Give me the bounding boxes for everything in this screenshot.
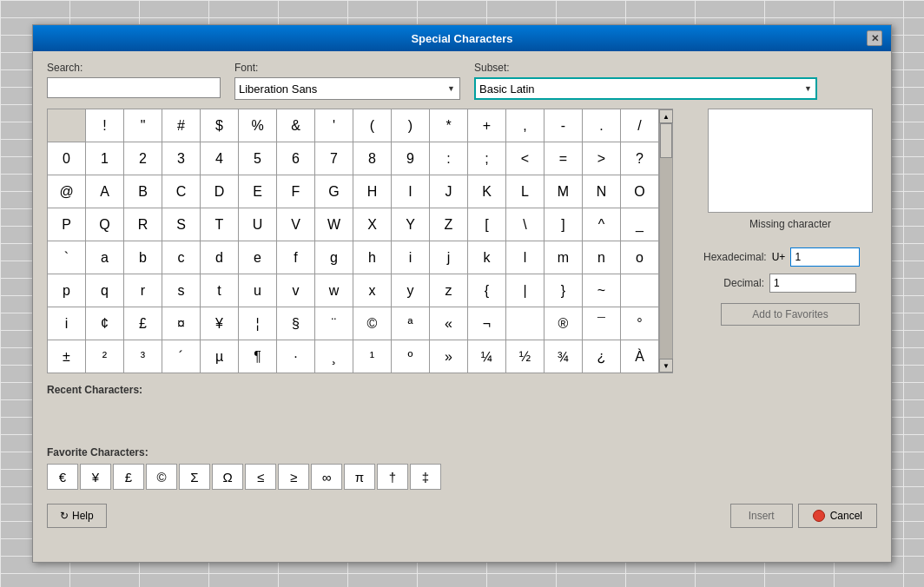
char-cell[interactable]: À	[621, 340, 659, 373]
favorite-char-cell[interactable]: ‡	[410, 464, 441, 490]
char-cell[interactable]: T	[201, 208, 239, 241]
scroll-up-button[interactable]: ▲	[659, 109, 673, 123]
favorite-char-cell[interactable]: ∞	[311, 464, 342, 490]
char-cell[interactable]: J	[430, 175, 468, 208]
char-cell[interactable]: q	[86, 274, 124, 307]
char-cell[interactable]: ?	[621, 142, 659, 175]
char-cell[interactable]: ª	[392, 307, 430, 340]
char-cell[interactable]: ©	[353, 307, 392, 340]
char-cell[interactable]: k	[468, 241, 506, 274]
char-cell[interactable]: ´	[162, 340, 201, 373]
char-cell[interactable]	[621, 274, 659, 307]
char-cell[interactable]: ¼	[468, 340, 506, 373]
char-cell[interactable]: z	[430, 274, 468, 307]
char-cell[interactable]: º	[392, 340, 430, 373]
char-cell[interactable]: §	[277, 307, 315, 340]
char-cell[interactable]: h	[353, 241, 392, 274]
char-cell[interactable]: K	[468, 175, 506, 208]
char-cell[interactable]: w	[315, 274, 353, 307]
char-cell[interactable]: U	[239, 208, 277, 241]
char-cell[interactable]: µ	[201, 340, 239, 373]
scrollbar-thumb[interactable]	[660, 123, 672, 158]
char-cell[interactable]: ®	[544, 307, 583, 340]
char-cell[interactable]: 3	[162, 142, 201, 175]
favorite-char-cell[interactable]: €	[47, 464, 78, 490]
char-cell[interactable]: a	[86, 241, 124, 274]
char-cell[interactable]: 2	[124, 142, 162, 175]
char-cell[interactable]: W	[315, 208, 353, 241]
char-cell[interactable]: Q	[86, 208, 124, 241]
char-cell[interactable]: «	[430, 307, 468, 340]
char-cell[interactable]: p	[48, 274, 86, 307]
char-cell[interactable]: ¶	[239, 340, 277, 373]
char-cell[interactable]: ¥	[201, 307, 239, 340]
favorite-char-cell[interactable]: ©	[146, 464, 177, 490]
char-cell[interactable]: _	[621, 208, 659, 241]
char-cell[interactable]: ¸	[315, 340, 353, 373]
char-cell[interactable]: ¢	[86, 307, 124, 340]
char-cell[interactable]: 0	[48, 142, 86, 175]
favorite-char-cell[interactable]: £	[113, 464, 144, 490]
char-cell[interactable]: -	[544, 109, 583, 142]
char-cell[interactable]: |	[506, 274, 544, 307]
char-cell[interactable]: m	[544, 241, 583, 274]
char-cell[interactable]: <	[506, 142, 544, 175]
char-cell[interactable]: ;	[468, 142, 506, 175]
char-cell[interactable]: ¨	[315, 307, 353, 340]
favorite-char-cell[interactable]: Σ	[179, 464, 210, 490]
char-cell[interactable]: 5	[239, 142, 277, 175]
char-cell[interactable]: &	[277, 109, 315, 142]
subset-select[interactable]: Basic Latin Latin-1 Supplement Latin Ext…	[474, 77, 817, 100]
char-cell[interactable]: s	[162, 274, 201, 307]
char-cell[interactable]: `	[48, 241, 86, 274]
cancel-button[interactable]: Cancel	[798, 504, 877, 528]
char-cell[interactable]: /	[621, 109, 659, 142]
char-cell[interactable]: '	[315, 109, 353, 142]
char-cell[interactable]: 1	[86, 142, 124, 175]
char-cell[interactable]: }	[544, 274, 583, 307]
char-cell[interactable]: g	[315, 241, 353, 274]
char-cell[interactable]: C	[162, 175, 201, 208]
char-cell[interactable]: n	[583, 241, 621, 274]
char-cell[interactable]: F	[277, 175, 315, 208]
char-cell[interactable]: ~	[583, 274, 621, 307]
char-cell[interactable]: {	[468, 274, 506, 307]
char-cell[interactable]: ^	[583, 208, 621, 241]
char-cell[interactable]: l	[506, 241, 544, 274]
char-cell[interactable]: t	[201, 274, 239, 307]
char-cell[interactable]: ¾	[544, 340, 583, 373]
insert-button[interactable]: Insert	[730, 504, 793, 528]
char-cell[interactable]: x	[353, 274, 392, 307]
favorite-char-cell[interactable]: ¥	[80, 464, 111, 490]
char-cell[interactable]: L	[506, 175, 544, 208]
close-button[interactable]: ✕	[867, 30, 882, 46]
char-cell[interactable]: )	[392, 109, 430, 142]
char-cell[interactable]: .	[583, 109, 621, 142]
char-cell[interactable]: d	[201, 241, 239, 274]
char-cell[interactable]: i	[392, 241, 430, 274]
char-cell[interactable]: ]	[544, 208, 583, 241]
char-cell[interactable]: 7	[315, 142, 353, 175]
font-select[interactable]: Liberation Sans Arial Times New Roman	[234, 77, 460, 100]
char-cell[interactable]: ±	[48, 340, 86, 373]
char-cell[interactable]: b	[124, 241, 162, 274]
char-cell[interactable]: !	[86, 109, 124, 142]
scrollbar[interactable]: ▲ ▼	[659, 109, 673, 373]
char-cell[interactable]: D	[201, 175, 239, 208]
char-cell[interactable]: V	[277, 208, 315, 241]
char-cell[interactable]: O	[621, 175, 659, 208]
help-button[interactable]: ↻ Help	[47, 504, 107, 528]
char-cell[interactable]: u	[239, 274, 277, 307]
favorite-char-cell[interactable]: ≥	[278, 464, 309, 490]
char-cell[interactable]: =	[544, 142, 583, 175]
favorite-char-cell[interactable]: ≤	[245, 464, 276, 490]
char-cell[interactable]: S	[162, 208, 201, 241]
char-cell[interactable]: ¿	[583, 340, 621, 373]
char-cell[interactable]: #	[162, 109, 201, 142]
char-cell[interactable]: ²	[86, 340, 124, 373]
char-cell[interactable]: f	[277, 241, 315, 274]
char-cell[interactable]: :	[430, 142, 468, 175]
char-cell[interactable]: 8	[353, 142, 392, 175]
char-cell[interactable]: »	[430, 340, 468, 373]
scroll-down-button[interactable]: ▼	[659, 359, 673, 373]
